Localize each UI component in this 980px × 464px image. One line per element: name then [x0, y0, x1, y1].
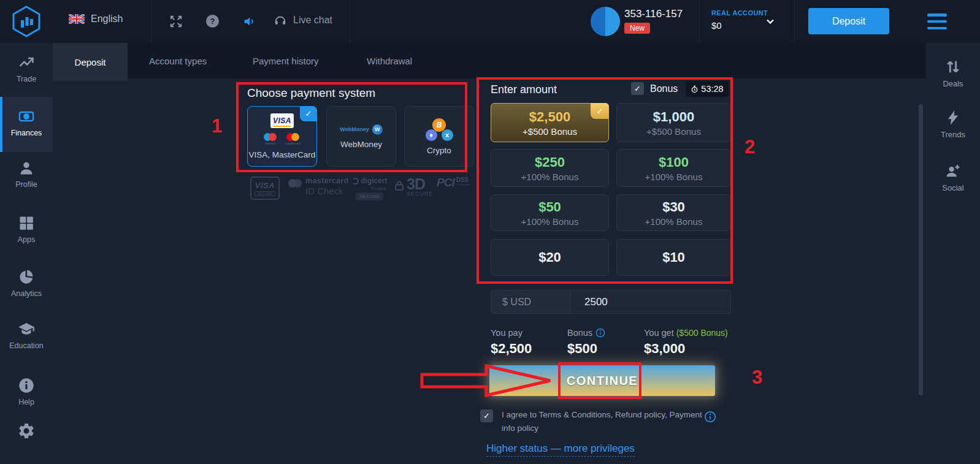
analytics-icon	[18, 268, 35, 286]
settings-button[interactable]	[0, 422, 53, 443]
payment-method-webmoney[interactable]: WebMoney W WebMoney	[326, 106, 396, 167]
app-logo-icon[interactable]	[10, 5, 43, 38]
sidebar-item-help[interactable]: Help	[0, 377, 53, 406]
apps-icon	[18, 215, 35, 232]
education-icon	[18, 321, 35, 338]
mastercard-idcheck-badge: mastercardID Check	[288, 177, 348, 196]
sidebar-item-label: Trade	[0, 75, 53, 83]
amount-option-20[interactable]: $20	[491, 239, 609, 276]
sidebar-item-education[interactable]: Education	[0, 321, 53, 350]
higher-status-link[interactable]: Higher status — more privileges	[486, 443, 635, 457]
amount-section-heading: Enter amount	[491, 83, 557, 96]
tab-payment-history[interactable]: Payment history	[253, 43, 319, 78]
scrollbar-thumb[interactable]	[919, 104, 923, 395]
3d-secure-badge: 3DSECURE	[394, 177, 434, 197]
language-selector[interactable]: English	[69, 13, 123, 25]
divider	[151, 0, 151, 43]
uk-flag-icon	[69, 14, 85, 24]
payment-method-label: Crypto	[427, 146, 451, 155]
crypto-icons: B ♦ x	[426, 118, 453, 141]
annotation-number-1: 1	[212, 115, 222, 137]
sidebar-item-trends[interactable]: Trends	[926, 109, 980, 139]
divider	[794, 0, 795, 43]
amount-option-2500[interactable]: ✓ $2,500+$500 Bonus	[491, 103, 609, 142]
sidebar-item-apps[interactable]: Apps	[0, 215, 53, 244]
selected-check-icon: ✓	[591, 103, 609, 119]
avatar[interactable]	[591, 7, 620, 36]
payment-method-visa-mastercard[interactable]: ✓ VISA maestro mastercard VISA, MasterCa…	[247, 106, 317, 167]
tab-bar: Deposit Account types Payment history Wi…	[53, 43, 926, 78]
info-icon	[18, 377, 35, 394]
account-type-label: REAL ACCOUNT	[711, 9, 768, 17]
sidebar-item-label: Profile	[0, 180, 53, 189]
sidebar-item-social[interactable]: Social	[926, 162, 980, 192]
ethereum-icon: ♦	[426, 129, 437, 141]
payment-method-crypto[interactable]: B ♦ x Crypto	[404, 106, 474, 167]
terms-info-icon[interactable]	[704, 411, 716, 423]
tab-deposit[interactable]: Deposit	[53, 43, 128, 81]
annotation-number-2: 2	[745, 136, 755, 158]
bonus-timer: 53:28	[686, 81, 729, 97]
amount-input-group: $ USD 2500	[491, 290, 731, 314]
sound-icon[interactable]	[243, 15, 256, 28]
amount-option-100[interactable]: $100+100% Bonus	[616, 149, 731, 187]
gear-icon	[17, 422, 36, 440]
amount-input[interactable]: 2500	[571, 291, 730, 313]
sidebar-item-label: Analytics	[0, 289, 53, 298]
continue-button[interactable]: CONTINUE	[489, 365, 715, 396]
amount-option-1000[interactable]: $1,000+$500 Bonus	[616, 103, 731, 142]
ripple-icon: x	[442, 129, 453, 141]
bonus-checkbox[interactable]: ✓	[631, 82, 644, 95]
payment-method-label: VISA, MasterCard	[249, 150, 316, 159]
account-id: 353-116-157	[624, 8, 683, 20]
tab-withdrawal[interactable]: Withdrawal	[367, 43, 412, 78]
sidebar-item-profile[interactable]: Profile	[0, 159, 53, 189]
sidebar-item-label: Education	[0, 341, 53, 350]
payment-section-heading: Choose payment system	[247, 86, 375, 100]
divider	[350, 0, 350, 43]
sidebar-item-label: Social	[926, 183, 980, 192]
amount-option-50[interactable]: $50+100% Bonus	[491, 194, 609, 231]
selected-check-icon: ✓	[300, 106, 317, 121]
you-pay-value: $2,500	[491, 341, 532, 357]
webmoney-logo: WebMoney W	[340, 124, 382, 135]
sidebar-item-analytics[interactable]: Analytics	[0, 268, 53, 298]
sidebar-item-trade[interactable]: Trade	[0, 54, 53, 83]
trade-icon	[18, 54, 35, 71]
amount-option-250[interactable]: $250+100% Bonus	[491, 149, 609, 187]
visa-secure-badge: VISASECURE	[250, 177, 280, 200]
payment-method-label: WebMoney	[340, 140, 382, 149]
chevron-down-icon[interactable]	[765, 17, 775, 26]
agree-terms-text[interactable]: I agree to Terms & Conditions, Refund po…	[502, 408, 708, 435]
deposit-button[interactable]: Deposit	[808, 8, 889, 34]
tab-account-types[interactable]: Account types	[149, 43, 207, 78]
amount-option-10[interactable]: $10	[616, 239, 731, 276]
menu-icon[interactable]	[927, 13, 947, 29]
you-get-value: $3,000	[644, 341, 685, 357]
help-icon[interactable]: ?	[206, 15, 219, 28]
agree-checkbox[interactable]: ✓	[480, 409, 493, 422]
bonus-info-icon[interactable]	[595, 328, 605, 338]
main-content: Deposit Account types Payment history Wi…	[53, 43, 926, 464]
lightning-icon	[944, 109, 962, 126]
sidebar-item-label: Finances	[0, 129, 53, 137]
new-badge: New	[624, 23, 650, 34]
currency-label: $ USD	[491, 291, 571, 313]
live-chat-button[interactable]: Live chat	[274, 13, 332, 27]
right-sidebar: Deals Trends Social	[926, 43, 980, 464]
sidebar-item-finances[interactable]: Finances	[0, 108, 53, 137]
profile-icon	[18, 159, 35, 177]
visa-logo: VISA	[270, 113, 294, 128]
sidebar-item-label: Trends	[926, 130, 980, 139]
language-label: English	[91, 13, 123, 25]
sidebar-item-deals[interactable]: Deals	[926, 58, 980, 88]
card-brand-icons: maestro mastercard	[264, 133, 301, 145]
deals-icon	[944, 58, 962, 75]
fullscreen-icon[interactable]	[169, 15, 183, 28]
sidebar-item-label: Deals	[926, 79, 980, 88]
amount-option-30[interactable]: $30+100% Bonus	[616, 194, 731, 231]
divider	[699, 0, 700, 43]
headset-icon	[274, 13, 287, 27]
stopwatch-icon	[691, 85, 699, 93]
bonus-label: Bonus	[567, 328, 605, 338]
